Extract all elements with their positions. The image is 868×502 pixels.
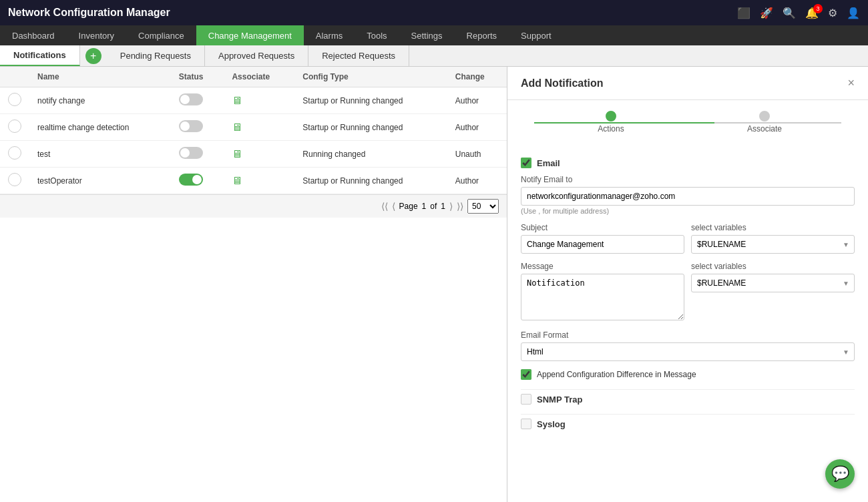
col-status: Status bbox=[171, 67, 224, 87]
email-checkbox[interactable] bbox=[521, 158, 531, 168]
col-config-type: Config Type bbox=[294, 67, 447, 87]
row-config-1: Startup or Running changed bbox=[294, 87, 447, 114]
row-name-4: testOperator bbox=[29, 168, 171, 194]
row-change-4: Author bbox=[447, 168, 507, 194]
toggle-1[interactable] bbox=[179, 93, 203, 105]
message-label: Message bbox=[521, 262, 684, 271]
tab-pending-requests[interactable]: Pending Requests bbox=[107, 45, 205, 66]
subject-var-label: select variables bbox=[691, 223, 855, 232]
monitor-icon[interactable]: ⬛ bbox=[737, 7, 750, 19]
nav-reports[interactable]: Reports bbox=[455, 25, 509, 45]
associate-icon-4: 🖥 bbox=[232, 175, 242, 186]
email-section-title: Email bbox=[537, 158, 560, 168]
subject-input[interactable] bbox=[521, 235, 684, 254]
row-checkbox-4[interactable] bbox=[8, 173, 21, 186]
associate-icon-1: 🖥 bbox=[232, 95, 242, 106]
subject-label: Subject bbox=[521, 223, 684, 232]
page-next-icon[interactable]: ⟩ bbox=[449, 201, 453, 212]
col-name: Name bbox=[29, 67, 171, 87]
nav-settings[interactable]: Settings bbox=[399, 25, 455, 45]
subject-row: Subject select variables $RULENAME bbox=[521, 223, 855, 262]
row-config-4: Startup or Running changed bbox=[294, 168, 447, 194]
message-var-select[interactable]: $RULENAME bbox=[691, 274, 855, 292]
row-config-2: Startup or Running changed bbox=[294, 114, 447, 141]
tab-bar: Notifications + Pending Requests Approve… bbox=[0, 45, 868, 67]
page-last-icon[interactable]: ⟩⟩ bbox=[457, 201, 463, 212]
nav-dashboard[interactable]: Dashboard bbox=[0, 25, 67, 45]
email-section-header: Email bbox=[521, 158, 855, 168]
bell-icon[interactable]: 🔔 3 bbox=[805, 7, 819, 19]
syslog-section: Syslog bbox=[521, 414, 855, 433]
message-var-select-wrap: $RULENAME bbox=[691, 274, 855, 292]
tab-approved-requests[interactable]: Approved Requests bbox=[205, 45, 308, 66]
snmp-checkbox[interactable] bbox=[521, 394, 531, 405]
tab-rejected-requests[interactable]: Rejected Requests bbox=[308, 45, 409, 66]
message-var-group: select variables $RULENAME bbox=[691, 262, 855, 322]
page-label: Page bbox=[399, 202, 418, 211]
main-content: Name Status Associate Config Type Change… bbox=[0, 67, 868, 502]
page-first-icon[interactable]: ⟨⟨ bbox=[381, 201, 388, 212]
panel-close-button[interactable]: × bbox=[847, 76, 855, 90]
table-row: notify change 🖥 Startup or Running chang… bbox=[0, 87, 507, 114]
nav-support[interactable]: Support bbox=[509, 25, 564, 45]
row-change-3: Unauth bbox=[447, 141, 507, 168]
subject-var-select[interactable]: $RULENAME bbox=[691, 235, 855, 254]
email-format-select[interactable]: Html Text bbox=[521, 342, 855, 361]
top-bar: Network Configuration Manager ⬛ 🚀 🔍 🔔 3 … bbox=[0, 0, 868, 25]
page-total: 1 bbox=[441, 202, 445, 211]
col-associate: Associate bbox=[224, 67, 294, 87]
tab-add-button[interactable]: + bbox=[85, 48, 101, 64]
subject-var-group: select variables $RULENAME bbox=[691, 223, 855, 254]
pagination-bar: ⟨⟨ ⟨ Page 1 of 1 ⟩ ⟩⟩ 50 100 200 bbox=[0, 194, 507, 218]
row-name-3: test bbox=[29, 141, 171, 168]
gear-icon[interactable]: ⚙ bbox=[828, 7, 837, 19]
tab-notifications[interactable]: Notifications bbox=[0, 45, 80, 66]
message-textarea[interactable]: Notification bbox=[521, 274, 684, 320]
rocket-icon[interactable]: 🚀 bbox=[760, 7, 773, 19]
notification-badge: 3 bbox=[813, 4, 823, 13]
toggle-2[interactable] bbox=[179, 120, 203, 132]
row-checkbox-1[interactable] bbox=[8, 93, 21, 106]
nav-tools[interactable]: Tools bbox=[355, 25, 399, 45]
row-checkbox-2[interactable] bbox=[8, 119, 21, 133]
nav-change-management[interactable]: Change Management bbox=[196, 25, 304, 45]
page-prev-icon[interactable]: ⟨ bbox=[392, 201, 395, 212]
associate-icon-3: 🖥 bbox=[232, 148, 242, 160]
stepper-dot-actions bbox=[606, 111, 616, 121]
table-row: realtime change detection 🖥 Startup or R… bbox=[0, 114, 507, 141]
nav-bar: Dashboard Inventory Compliance Change Ma… bbox=[0, 25, 868, 45]
table-row: testOperator 🖥 Startup or Running change… bbox=[0, 168, 507, 194]
nav-alarms[interactable]: Alarms bbox=[304, 25, 355, 45]
notify-email-input[interactable] bbox=[521, 187, 855, 206]
page-current: 1 bbox=[422, 202, 427, 211]
email-format-label: Email Format bbox=[521, 330, 855, 340]
message-row: Message Notification select variables $R… bbox=[521, 262, 855, 330]
chat-fab-button[interactable]: 💬 bbox=[825, 459, 855, 489]
toggle-3[interactable] bbox=[179, 147, 203, 159]
nav-compliance[interactable]: Compliance bbox=[126, 25, 196, 45]
search-icon[interactable]: 🔍 bbox=[783, 7, 796, 19]
panel-area: Add Notification × Actions Associate bbox=[507, 67, 868, 502]
row-checkbox-3[interactable] bbox=[8, 146, 21, 160]
app-title: Network Configuration Manager bbox=[8, 7, 170, 19]
toggle-4[interactable] bbox=[179, 174, 203, 186]
col-change: Change bbox=[447, 67, 507, 87]
snmp-section: SNMP Trap bbox=[521, 389, 855, 409]
user-icon[interactable]: 👤 bbox=[847, 7, 860, 19]
row-config-3: Running changed bbox=[294, 141, 447, 168]
row-change-1: Author bbox=[447, 87, 507, 114]
row-name-1: notify change bbox=[29, 87, 171, 114]
per-page-select[interactable]: 50 100 200 bbox=[467, 199, 499, 214]
message-var-label: select variables bbox=[691, 262, 855, 271]
syslog-checkbox[interactable] bbox=[521, 419, 531, 429]
table-row: test 🖥 Running changed Unauth bbox=[0, 141, 507, 168]
page-of: of bbox=[430, 202, 437, 211]
stepper-label-associate: Associate bbox=[747, 124, 782, 134]
row-name-2: realtime change detection bbox=[29, 114, 171, 141]
notifications-table: Name Status Associate Config Type Change… bbox=[0, 67, 507, 194]
row-change-2: Author bbox=[447, 114, 507, 141]
syslog-label: Syslog bbox=[537, 419, 566, 429]
nav-inventory[interactable]: Inventory bbox=[67, 25, 126, 45]
append-checkbox[interactable] bbox=[521, 369, 531, 380]
stepper-label-actions: Actions bbox=[598, 124, 624, 134]
